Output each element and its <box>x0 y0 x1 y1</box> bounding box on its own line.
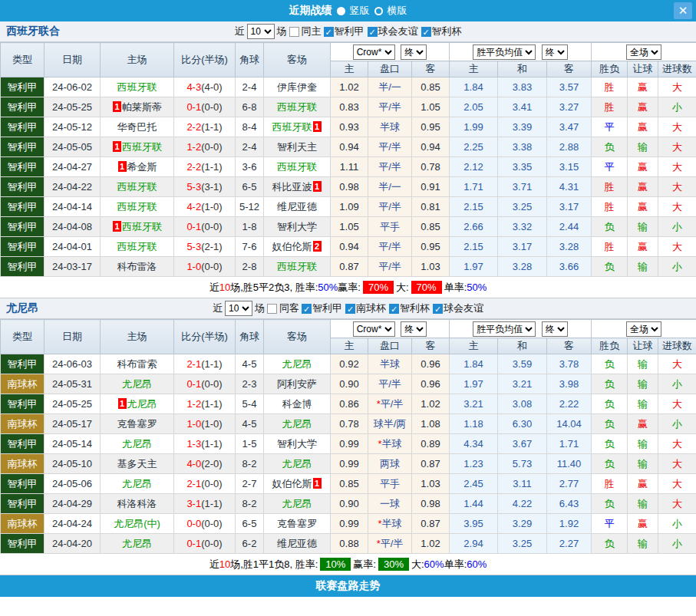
league-filter-checkbox[interactable] <box>421 27 431 37</box>
fulltime-score: 2-1 <box>186 478 201 489</box>
result-wdl: 胜 <box>592 77 628 97</box>
summary-segment: 70% <box>363 281 394 294</box>
result-goals: 大 <box>658 354 696 374</box>
col-date: 日期 <box>45 43 101 77</box>
filter-controls: 近 10 场 同主 智利甲 球会友谊 智利杯 <box>235 24 462 39</box>
table-row: 智利甲 24-06-02 西班牙联 4-3(4-0) 2-4 伊库伊奎 1.02… <box>1 77 696 97</box>
summary-segment: 50% <box>467 282 487 293</box>
corner-count: 5-4 <box>236 394 264 414</box>
summary-segment: 场,胜1平1负8, 胜率: <box>230 558 318 572</box>
layout-vertical-label[interactable]: 竖版 <box>350 4 370 18</box>
league-badge: 智利甲 <box>1 117 45 137</box>
result-handicap: 输 <box>628 434 658 454</box>
league-badge: 智利甲 <box>1 97 45 117</box>
corner-count: 8-2 <box>236 454 264 474</box>
filter-controls: 近 10 场 同客 智利甲 南球杯 智利杯 球会友谊 <box>213 301 483 316</box>
result-handicap: 输 <box>628 217 658 237</box>
handicap-line: 平/半 <box>368 237 412 257</box>
live-odds-star: * <box>377 538 381 549</box>
result-wdl: 负 <box>592 394 628 414</box>
away-odds: 0.95 <box>412 237 450 257</box>
league-filter-checkbox[interactable] <box>324 27 334 37</box>
league-filter-checkbox[interactable] <box>345 304 355 314</box>
home-team: 1帕莱斯蒂 <box>101 97 174 117</box>
col-corner: 角球 <box>236 320 264 354</box>
avg-time-select[interactable]: 终 <box>542 321 568 337</box>
same-venue-checkbox[interactable] <box>267 304 277 314</box>
same-venue-checkbox[interactable] <box>289 27 299 37</box>
home-odds: 0.87 <box>331 257 368 277</box>
result-wdl: 负 <box>592 354 628 374</box>
table-row: 智利甲 24-04-22 西班牙联 5-3(3-1) 6-5 科比亚波1 0.9… <box>1 177 696 197</box>
league-filter-checkbox[interactable] <box>368 27 378 37</box>
result-goals: 大 <box>658 394 696 414</box>
handicap-line: 半/一 <box>368 77 412 97</box>
league-filter-checkbox[interactable] <box>302 304 312 314</box>
away-odds: 0.94 <box>412 137 450 157</box>
same-venue-label: 同客 <box>279 301 299 315</box>
avg-away-odds: 3.66 <box>547 257 592 277</box>
result-handicap: 输 <box>628 394 658 414</box>
scope-select[interactable]: 全场 <box>626 44 661 60</box>
avg-away-odds: 2.22 <box>547 394 592 414</box>
avg-home-odds: 1.99 <box>450 117 498 137</box>
match-date: 24-05-17 <box>45 414 101 434</box>
league-badge: 智利甲 <box>1 177 45 197</box>
summary-row: 近10场,胜1平1负8, 胜率:10% 赢率:30% 大:60% 单率:60% <box>0 554 696 575</box>
league-filter-item: 球会友谊 <box>433 301 483 315</box>
avg-home-odds: 2.15 <box>450 237 498 257</box>
league-badge: 南球杯 <box>1 374 45 394</box>
bookmaker-select[interactable]: Crow* <box>353 44 395 60</box>
col-away: 客场 <box>264 320 331 354</box>
close-button[interactable]: ✕ <box>674 2 692 19</box>
handicap-line: *平/半 <box>368 394 412 414</box>
fulltime-score: 5-3 <box>186 241 201 252</box>
away-team: 尤尼昂 <box>264 414 331 434</box>
odds-time-select[interactable]: 终 <box>401 321 427 337</box>
bookmaker-select[interactable]: Crow* <box>353 321 395 337</box>
layout-horizontal-label[interactable]: 横版 <box>388 4 407 18</box>
away-team: 阿利安萨 <box>264 374 331 394</box>
avg-select[interactable]: 胜平负均值 <box>473 44 536 60</box>
halftime-score: (1-1) <box>201 438 222 450</box>
table-row: 智利甲 24-05-12 华奇巴托 2-2(1-1) 8-4 西班牙联1 0.9… <box>1 117 696 137</box>
league-filter-checkbox[interactable] <box>389 304 399 314</box>
league-filter-label: 南球杯 <box>356 301 386 315</box>
layout-vertical-radio[interactable] <box>337 7 345 15</box>
match-date: 24-04-22 <box>45 177 101 197</box>
recent-count-select[interactable]: 10 <box>247 24 275 39</box>
home-odds: 1.09 <box>331 197 368 217</box>
away-team: 尤尼昂 <box>264 494 331 514</box>
league-badge: 智利甲 <box>1 197 45 217</box>
table-row: 南球杯 24-05-17 克鲁塞罗 1-0(1-0) 4-5 尤尼昂 0.78 … <box>1 414 696 434</box>
layout-horizontal-radio[interactable] <box>374 7 383 15</box>
fulltime-score: 3-1 <box>186 498 201 509</box>
result-goals: 小 <box>658 414 696 434</box>
handicap-line: *平/半 <box>368 534 412 554</box>
col-home: 主场 <box>101 43 174 77</box>
avg-draw-odds: 3.11 <box>498 474 547 494</box>
corner-count: 6-5 <box>236 514 264 534</box>
scope-select[interactable]: 全场 <box>626 321 661 337</box>
score: 1-0(1-0) <box>174 414 236 434</box>
table-row: 南球杯 24-05-10 基多天主 4-0(2-0) 8-2 尤尼昂 0.99 … <box>1 454 696 474</box>
away-team: 西班牙联 <box>264 157 331 177</box>
home-team: 西班牙联 <box>101 237 174 257</box>
avg-time-select[interactable]: 终 <box>542 44 568 60</box>
away-team: 伊库伊奎 <box>264 77 331 97</box>
col-corner: 角球 <box>236 43 264 77</box>
odds-time-select[interactable]: 终 <box>401 44 427 60</box>
halftime-score: (0-0) <box>201 141 222 153</box>
avg-home-odds: 2.25 <box>450 137 498 157</box>
result-goals: 大 <box>658 494 696 514</box>
fulltime-score: 2-1 <box>186 358 201 370</box>
recent-count-select[interactable]: 10 <box>225 301 252 316</box>
col-odds-home: 主 <box>331 61 368 77</box>
avg-select[interactable]: 胜平负均值 <box>473 321 536 337</box>
home-team: 华奇巴托 <box>101 117 174 137</box>
avg-away-odds: 1.71 <box>547 434 592 454</box>
halftime-score: (0-0) <box>201 261 222 272</box>
home-team: 科洛科洛 <box>101 494 174 514</box>
league-filter-checkbox[interactable] <box>433 304 443 314</box>
match-date: 24-05-12 <box>45 117 101 137</box>
